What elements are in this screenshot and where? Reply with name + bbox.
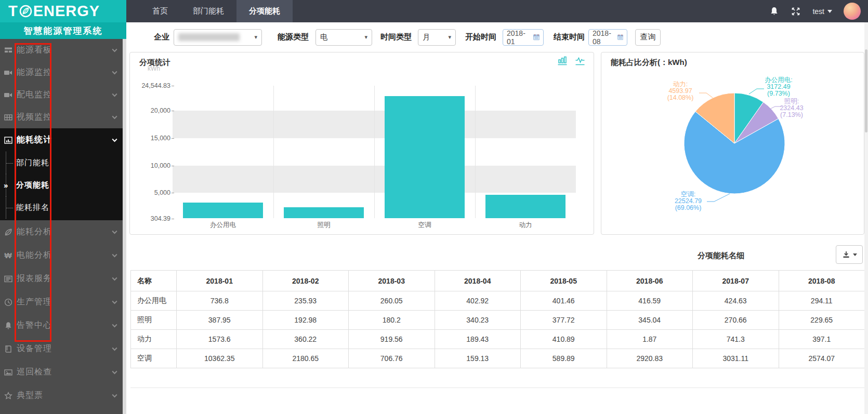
row-name-cell: 照明 xyxy=(131,311,177,330)
page-scrollbar-thumb[interactable] xyxy=(865,49,867,132)
fullscreen-icon[interactable] xyxy=(791,6,801,17)
sidebar-group-energy-stats: 能耗统计部门能耗»分项能耗能耗排名 xyxy=(0,128,123,220)
start-time-input[interactable]: 2018-01 xyxy=(503,29,544,46)
column-header: 2018-01 xyxy=(177,271,263,291)
energy-type-select[interactable]: 电 ▾ xyxy=(315,29,372,46)
table-row: 照明387.95192.98180.2340.23377.72345.04270… xyxy=(131,311,865,330)
column-header: 2018-05 xyxy=(521,271,607,291)
grid-line xyxy=(273,86,274,218)
value-cell: 401.46 xyxy=(521,291,607,311)
pie-label-办公用电: 办公用电:3172.49(9.73%) xyxy=(765,76,792,97)
table-header-row: 名称2018-012018-022018-032018-042018-05201… xyxy=(131,271,865,291)
query-button[interactable]: 查询 xyxy=(635,29,661,46)
chevron-down-icon xyxy=(112,253,117,258)
time-type-value: 月 xyxy=(423,33,430,42)
pie-leader-line xyxy=(749,89,764,94)
caret-down-icon: ▾ xyxy=(448,34,451,41)
detail-table-title: 分项能耗名细 xyxy=(698,251,744,261)
company-select[interactable]: ▾ xyxy=(174,29,262,46)
tab-subentry-energy[interactable]: 分项能耗 xyxy=(236,0,293,22)
camera-icon xyxy=(4,90,12,99)
y-tick-label: 20,000 xyxy=(131,107,170,114)
sidebar-item-typical-ticket[interactable]: 典型票 xyxy=(0,384,123,407)
sidebar-subitem-dept-energy[interactable]: 部门能耗 xyxy=(0,152,123,174)
image-icon xyxy=(4,368,12,377)
film-icon xyxy=(4,113,12,122)
won-icon: ₩ xyxy=(4,251,12,260)
top-navbar: 首页 部门能耗 分项能耗 test xyxy=(126,0,868,22)
detail-table: 名称2018-012018-022018-032018-042018-05201… xyxy=(130,270,865,368)
report-icon xyxy=(4,274,12,283)
sidebar-item-patrol-inspection[interactable]: 巡回检查 xyxy=(0,360,123,384)
value-cell: 3031.11 xyxy=(693,349,779,368)
column-header: 2018-06 xyxy=(607,271,693,291)
star-icon xyxy=(4,391,12,400)
y-tick-label: 10,000 xyxy=(131,162,170,169)
sidebar-item-power-analysis[interactable]: ₩电能分析 xyxy=(0,244,123,267)
sidebar-item-power-monitor[interactable]: 配电监控 xyxy=(0,84,123,106)
leaf-icon xyxy=(4,228,12,236)
chevron-down-icon xyxy=(112,93,117,97)
time-type-select[interactable]: 月 ▾ xyxy=(418,29,456,46)
table-row: 空调10362.352180.65706.76159.13589.892920.… xyxy=(131,349,865,368)
column-header: 名称 xyxy=(131,271,177,291)
export-button[interactable] xyxy=(836,245,863,264)
sidebar-item-energy-dashboard[interactable]: 能源看板 xyxy=(0,39,123,61)
sidebar-item-production-mgmt[interactable]: 生产管理 xyxy=(0,290,123,314)
y-tick-label: 304.39 xyxy=(131,215,170,222)
sidebar-item-video-monitor[interactable]: 视频监控 xyxy=(0,106,123,128)
user-menu[interactable]: test xyxy=(812,7,832,16)
sidebar-subitem-energy-ranking[interactable]: 能耗排名 xyxy=(0,196,123,219)
value-cell: 260.05 xyxy=(349,291,435,311)
value-cell: 270.66 xyxy=(693,311,779,330)
value-cell: 589.89 xyxy=(521,349,607,368)
avatar[interactable] xyxy=(844,3,861,20)
y-tick-mark xyxy=(172,111,174,111)
pie-chart: 办公用电:3172.49(9.73%)照明:2324.43(7.13%)空调:2… xyxy=(601,52,864,234)
company-value-blurred xyxy=(178,33,240,41)
row-name-cell: 动力 xyxy=(131,330,177,349)
value-cell: 159.13 xyxy=(435,349,521,368)
y-tick-label: 15,000 xyxy=(131,135,170,142)
energy-type-label: 能源类型 xyxy=(278,32,309,42)
end-time-input[interactable]: 2018-08 xyxy=(588,29,627,46)
filter-bar: 企业 ▾ 能源类型 电 ▾ 时间类型 月 ▾ 开始时间 2018-01 结束时间… xyxy=(126,22,868,52)
subentry-stats-panel: 分项统计 kWh 304.395,00010,00015,00020,00024… xyxy=(129,52,594,235)
company-label: 企业 xyxy=(154,32,169,42)
start-time-label: 开始时间 xyxy=(465,32,496,42)
chevron-down-icon xyxy=(112,277,117,281)
sidebar-item-report-service[interactable]: 报表服务 xyxy=(0,267,123,290)
energy-ratio-panel: 能耗占比分析(：kWh) 办公用电:3172.49(9.73%)照明:2324.… xyxy=(601,52,864,235)
sidebar-item-alarm-center[interactable]: 告警中心 xyxy=(0,314,123,337)
sidebar-item-energy-analysis[interactable]: 能耗分析 xyxy=(0,220,123,244)
sidebar-subitem-subentry-energy[interactable]: »分项能耗 xyxy=(0,174,123,196)
chevron-down-icon xyxy=(112,394,117,398)
tab-department-energy[interactable]: 部门能耗 xyxy=(180,0,236,22)
bar-chart-toggle-icon[interactable] xyxy=(556,55,569,66)
page-scrollbar[interactable] xyxy=(864,22,868,414)
x-category-label: 办公用电 xyxy=(173,221,273,230)
download-icon xyxy=(842,251,850,259)
end-time-label: 结束时间 xyxy=(554,32,585,42)
caret-down-icon xyxy=(827,10,832,13)
bell-icon[interactable] xyxy=(769,6,779,17)
chevron-down-icon xyxy=(112,300,117,304)
bar-空调 xyxy=(385,96,465,218)
tab-home[interactable]: 首页 xyxy=(140,0,180,22)
value-cell: 235.93 xyxy=(262,291,349,311)
line-chart-toggle-icon[interactable] xyxy=(574,55,586,66)
chevron-down-icon xyxy=(112,48,117,52)
sidebar-scrollbar[interactable] xyxy=(123,39,126,414)
sidebar-item-energy-monitor[interactable]: 能源监控 xyxy=(0,61,123,84)
y-tick-mark xyxy=(172,138,174,139)
logo-suffix: ENERGY xyxy=(33,3,100,20)
value-cell: 294.11 xyxy=(779,291,865,311)
sidebar: 能源看板能源监控配电监控视频监控能耗统计部门能耗»分项能耗能耗排名能耗分析₩电能… xyxy=(0,39,123,414)
caret-down-icon: ▾ xyxy=(254,34,257,41)
sidebar-item-energy-stats[interactable]: 能耗统计 xyxy=(0,128,123,152)
sidebar-item-device-mgmt[interactable]: 设备管理 xyxy=(0,337,123,360)
grid-line xyxy=(374,86,375,218)
value-cell: 402.92 xyxy=(435,291,521,311)
dashboard-icon xyxy=(4,46,12,55)
y-tick-label: 5,000 xyxy=(131,189,170,196)
